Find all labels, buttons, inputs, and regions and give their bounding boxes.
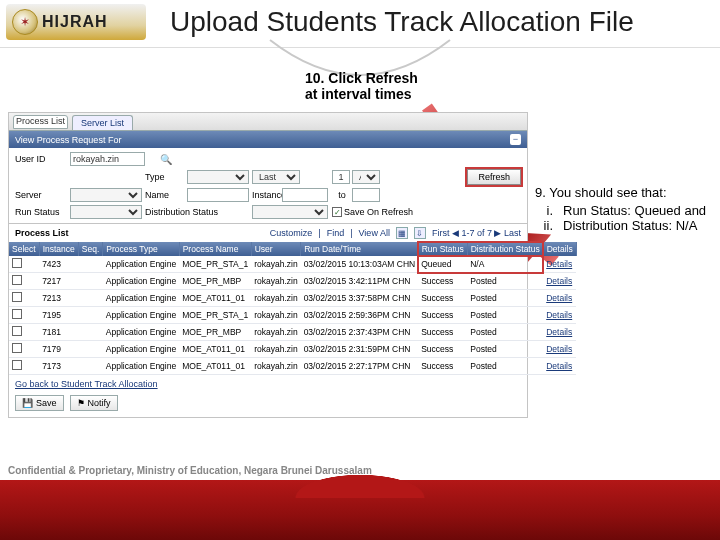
viewall-link[interactable]: View All bbox=[359, 228, 390, 238]
pager-prev-icon[interactable]: ◀ bbox=[452, 228, 459, 238]
details-link[interactable]: Details bbox=[546, 327, 572, 337]
panel-header: View Process Request For − bbox=[9, 131, 527, 148]
last-unit-select[interactable]: All bbox=[352, 170, 380, 184]
details-link[interactable]: Details bbox=[546, 259, 572, 269]
collapse-icon[interactable]: − bbox=[510, 134, 521, 145]
lookup-icon[interactable]: 🔍 bbox=[145, 154, 187, 165]
lbl-type: Type bbox=[145, 172, 187, 182]
col-user[interactable]: User bbox=[251, 242, 300, 256]
save-on-refresh-checkbox[interactable]: ✓ bbox=[332, 207, 342, 217]
lbl-name: Name bbox=[145, 190, 187, 200]
table-row: 7213Application EngineMOE_AT011_01rokaya… bbox=[9, 290, 576, 307]
callout-step10-line2: at interval times bbox=[305, 86, 418, 102]
pager-next-icon[interactable]: ▶ bbox=[494, 228, 501, 238]
row-select-checkbox[interactable] bbox=[12, 343, 22, 353]
callout-step9-lead: 9. You should see that: bbox=[535, 185, 715, 201]
tab-server-list[interactable]: Server List bbox=[72, 115, 133, 130]
callout-step10-line1: 10. Click Refresh bbox=[305, 70, 418, 86]
notify-button[interactable]: ⚑ Notify bbox=[70, 395, 118, 411]
col-instance[interactable]: Instance bbox=[39, 242, 78, 256]
col-run-date-time[interactable]: Run Date/Time bbox=[301, 242, 419, 256]
details-link[interactable]: Details bbox=[546, 293, 572, 303]
notify-label: Notify bbox=[88, 398, 111, 408]
save-button[interactable]: 💾 Save bbox=[15, 395, 64, 411]
name-input[interactable] bbox=[187, 188, 249, 202]
panel-title: View Process Request For bbox=[15, 135, 121, 145]
row-select-checkbox[interactable] bbox=[12, 292, 22, 302]
pager-last[interactable]: Last bbox=[504, 228, 521, 238]
userid-input[interactable] bbox=[70, 152, 145, 166]
row-select-checkbox[interactable] bbox=[12, 275, 22, 285]
lbl-dist-status: Distribution Status bbox=[145, 207, 252, 217]
emblem-icon: ✶ bbox=[12, 9, 38, 35]
save-icon: 💾 bbox=[22, 398, 33, 408]
type-select[interactable] bbox=[187, 170, 249, 184]
pager-range: 1-7 of 7 bbox=[461, 228, 492, 238]
callout-step9: 9. You should see that: i. Run Status: Q… bbox=[535, 185, 715, 234]
callout9-text-2: Distribution Status: N/A bbox=[563, 218, 697, 234]
slide-title: Upload Students Track Allocation File bbox=[170, 6, 714, 38]
row-select-checkbox[interactable] bbox=[12, 326, 22, 336]
details-link[interactable]: Details bbox=[546, 361, 572, 371]
list-toolbar: Process List Customize| Find| View All ▦… bbox=[9, 223, 527, 242]
lbl-instance: Instance bbox=[252, 190, 282, 200]
table-row: 7179Application EngineMOE_AT011_01rokaya… bbox=[9, 341, 576, 358]
last-select[interactable]: Last bbox=[252, 170, 300, 184]
lbl-server: Server bbox=[15, 190, 70, 200]
app-tabs: Process List Server List bbox=[9, 113, 527, 131]
row-select-checkbox[interactable] bbox=[12, 309, 22, 319]
col-process-type[interactable]: Process Type bbox=[103, 242, 179, 256]
find-link[interactable]: Find bbox=[327, 228, 345, 238]
refresh-button[interactable]: Refresh bbox=[467, 169, 521, 185]
filter-grid: User ID 🔍 Type Last All Refresh Server N… bbox=[9, 148, 527, 223]
dist-status-select[interactable] bbox=[252, 205, 328, 219]
lbl-to: to bbox=[332, 190, 352, 200]
back-link[interactable]: Go back to Student Track Allocation bbox=[9, 375, 527, 393]
details-link[interactable]: Details bbox=[546, 344, 572, 354]
callout-step10: 10. Click Refresh at interval times bbox=[305, 70, 418, 102]
save-label: Save bbox=[36, 398, 57, 408]
table-row: 7217Application EngineMOE_PR_MBProkayah.… bbox=[9, 273, 576, 290]
details-link[interactable]: Details bbox=[546, 276, 572, 286]
details-link[interactable]: Details bbox=[546, 310, 572, 320]
callout9-text-1: Run Status: Queued and bbox=[563, 203, 706, 219]
instance-from-input[interactable] bbox=[282, 188, 328, 202]
table-row: 7195Application EngineMOE_PR_STA_1rokaya… bbox=[9, 307, 576, 324]
export-icon[interactable]: ⇩ bbox=[414, 227, 426, 239]
col-select[interactable]: Select bbox=[9, 242, 39, 256]
last-n-input[interactable] bbox=[332, 170, 350, 184]
row-select-checkbox[interactable] bbox=[12, 258, 22, 268]
col-seq-[interactable]: Seq. bbox=[78, 242, 103, 256]
col-details[interactable]: Details bbox=[543, 242, 576, 256]
server-select[interactable] bbox=[70, 188, 142, 202]
lbl-save-on-refresh: Save On Refresh bbox=[344, 207, 413, 217]
grid-icon[interactable]: ▦ bbox=[396, 227, 408, 239]
notify-icon: ⚑ bbox=[77, 398, 85, 408]
table-row: 7181Application EngineMOE_PR_MBProkayah.… bbox=[9, 324, 576, 341]
callout9-ord-1: i. bbox=[535, 203, 553, 219]
brand-name: HIJRAH bbox=[42, 13, 108, 31]
highlight-box-cell bbox=[417, 255, 544, 274]
lbl-userid: User ID bbox=[15, 154, 70, 164]
footer-banner bbox=[0, 480, 720, 540]
instance-to-input[interactable] bbox=[352, 188, 380, 202]
process-monitor-app: Process List Server List View Process Re… bbox=[8, 112, 528, 418]
tab-process-list[interactable]: Process List bbox=[13, 115, 68, 129]
list-title: Process List bbox=[15, 228, 69, 238]
customize-link[interactable]: Customize bbox=[270, 228, 313, 238]
lbl-run-status: Run Status bbox=[15, 207, 70, 217]
row-select-checkbox[interactable] bbox=[12, 360, 22, 370]
pager-first[interactable]: First bbox=[432, 228, 450, 238]
brand-logo: ✶ HIJRAH bbox=[6, 4, 146, 40]
col-process-name[interactable]: Process Name bbox=[179, 242, 251, 256]
table-row: 7173Application EngineMOE_AT011_01rokaya… bbox=[9, 358, 576, 375]
run-status-select[interactable] bbox=[70, 205, 142, 219]
